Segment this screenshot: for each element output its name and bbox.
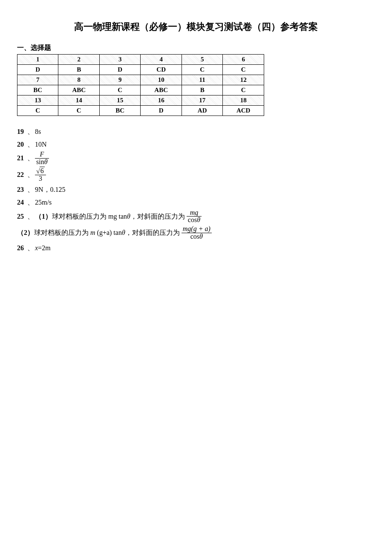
q-answer: x=2m <box>35 243 51 254</box>
answer-25-part2: （2）球对档板的压力为 m (g+a) tanθ，对斜面的压力为 mg(g + … <box>17 226 375 241</box>
mcq-q-num: 3 <box>99 55 140 65</box>
mcq-q-num: 8 <box>58 75 100 85</box>
mcq-q-ans: C <box>17 106 58 116</box>
section-heading-mcq: 一、选择题 <box>17 43 375 52</box>
mcq-q-num: 15 <box>99 95 140 106</box>
fraction: mg cosθ <box>187 209 202 224</box>
separator: 、 <box>27 184 34 195</box>
mcq-q-num: 11 <box>182 75 222 85</box>
free-response-answers: 19、 8s 20、 10N 21、 F sinθ 22、 6 3 23、 9N… <box>17 126 375 253</box>
mcq-q-ans: D <box>141 106 182 116</box>
fraction-numerator: mg <box>187 209 202 217</box>
mcq-q-num: 17 <box>182 95 222 106</box>
answer-25-part1: 25、 （1）球对档板的压力为 mg tanθ，对斜面的压力为 mg cosθ <box>17 210 375 225</box>
answer-26: 26、 x=2m <box>17 243 375 254</box>
q-answer: F sinθ <box>35 151 49 166</box>
answer-22: 22、 6 3 <box>17 168 375 183</box>
mcq-q-ans: C <box>99 85 140 95</box>
mcq-q-ans: AD <box>182 106 222 116</box>
mcq-q-ans: D <box>99 65 140 75</box>
separator: 、 <box>27 153 34 164</box>
mcq-q-num: 13 <box>17 95 58 106</box>
mcq-q-ans: ACD <box>223 106 264 116</box>
q-answer: 10N <box>35 139 47 150</box>
q-answer: （2）球对档板的压力为 m (g+a) tanθ，对斜面的压力为 mg(g + … <box>17 226 212 241</box>
sqrt: 6 <box>36 168 45 175</box>
mcq-q-ans: C <box>58 106 100 116</box>
fraction-denominator: sinθ <box>35 159 49 166</box>
mcq-q-num: 4 <box>141 55 182 65</box>
q-answer: 25m/s <box>35 197 52 208</box>
mcq-q-num: 6 <box>223 55 264 65</box>
q-number: 24 <box>17 197 27 208</box>
separator: 、 <box>27 126 34 137</box>
q-number: 22 <box>17 169 27 180</box>
mcq-row-nums-3: 13 14 15 16 17 18 <box>17 95 264 106</box>
mcq-row-nums-2: 7 8 9 10 11 12 <box>17 75 264 85</box>
fraction: F sinθ <box>35 151 49 166</box>
mcq-q-ans: ABC <box>58 85 100 95</box>
q-answer: 9N，0.125 <box>35 184 66 195</box>
answer-21: 21、 F sinθ <box>17 151 375 166</box>
answer-19: 19、 8s <box>17 126 375 137</box>
mcq-row-nums-1: 1 2 3 4 5 6 <box>17 55 264 65</box>
q-number: 25 <box>17 211 27 222</box>
separator: 、 <box>27 139 34 150</box>
mcq-answer-table: 1 2 3 4 5 6 D B D CD C C 7 8 9 10 11 12 … <box>17 54 264 116</box>
q-answer: （1）球对档板的压力为 mg tanθ，对斜面的压力为 mg cosθ <box>35 210 202 225</box>
separator: 、 <box>27 169 34 180</box>
mcq-q-num: 9 <box>99 75 140 85</box>
fraction-denominator: cosθ <box>182 233 212 240</box>
fraction-denominator: 3 <box>35 175 46 182</box>
fraction-denominator: cosθ <box>187 217 202 224</box>
separator: 、 <box>27 197 34 208</box>
separator: 、 <box>27 243 34 254</box>
mcq-q-num: 1 <box>17 55 58 65</box>
q-answer: 8s <box>35 126 41 137</box>
mcq-q-ans: CD <box>141 65 182 75</box>
answer-20: 20、 10N <box>17 139 375 150</box>
mcq-q-num: 7 <box>17 75 58 85</box>
fraction-numerator: F <box>35 151 49 159</box>
part-label: （1） <box>35 213 52 220</box>
q-number: 19 <box>17 126 27 137</box>
mcq-q-ans: C <box>182 65 222 75</box>
mcq-q-num: 18 <box>223 95 264 106</box>
page-title: 高一物理新课程（必修一）模块复习测试卷（四）参考答案 <box>17 20 375 33</box>
q-number: 23 <box>17 184 27 195</box>
q-number: 20 <box>17 139 27 150</box>
fraction: mg(g + a) cosθ <box>182 225 212 240</box>
q-number: 26 <box>17 243 27 254</box>
mcq-q-num: 14 <box>58 95 100 106</box>
separator: 、 <box>27 211 34 222</box>
fraction-numerator: mg(g + a) <box>182 225 212 233</box>
mcq-row-ans-2: BC ABC C ABC B C <box>17 85 264 95</box>
fraction-numerator: 6 <box>35 168 46 175</box>
q-number: 21 <box>17 153 27 164</box>
fraction: 6 3 <box>35 168 46 182</box>
mcq-q-ans: BC <box>99 106 140 116</box>
mcq-q-ans: C <box>223 85 264 95</box>
mcq-q-ans: BC <box>17 85 58 95</box>
mcq-q-num: 12 <box>223 75 264 85</box>
mcq-q-ans: B <box>182 85 222 95</box>
part-label: （2） <box>17 229 34 236</box>
mcq-q-num: 10 <box>141 75 182 85</box>
mcq-q-num: 16 <box>141 95 182 106</box>
mcq-q-ans: B <box>58 65 100 75</box>
answer-24: 24、 25m/s <box>17 197 375 208</box>
mcq-row-ans-3: C C BC D AD ACD <box>17 106 264 116</box>
mcq-row-ans-1: D B D CD C C <box>17 65 264 75</box>
mcq-q-num: 2 <box>58 55 100 65</box>
mcq-q-ans: D <box>17 65 58 75</box>
q-answer: 6 3 <box>35 168 46 183</box>
mcq-q-ans: C <box>223 65 264 75</box>
mcq-q-num: 5 <box>182 55 222 65</box>
mcq-q-ans: ABC <box>141 85 182 95</box>
answer-23: 23、 9N，0.125 <box>17 184 375 195</box>
